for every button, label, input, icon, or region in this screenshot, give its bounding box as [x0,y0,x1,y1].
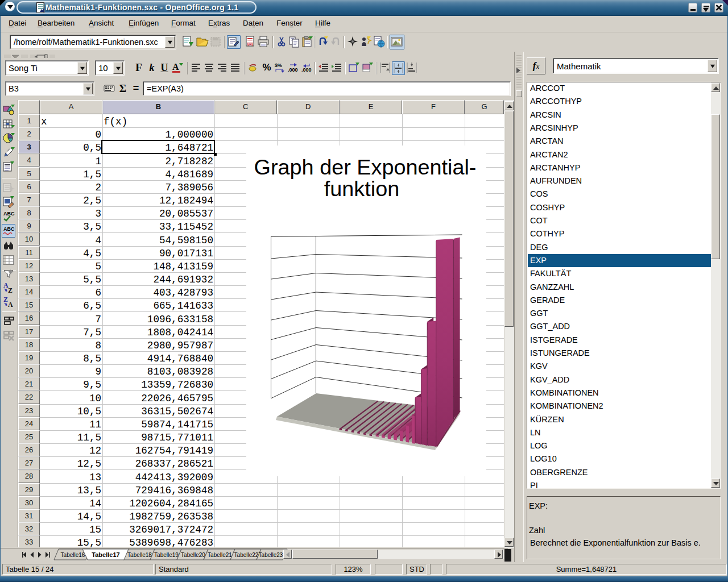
svg-text:Z: Z [8,286,13,294]
svg-text:funktion: funktion [324,177,399,201]
svg-text:Tabelle20: Tabelle20 [181,552,205,558]
svg-text:A: A [8,301,13,309]
svg-text:A: A [172,62,179,72]
svg-text:Tabelle19: Tabelle19 [154,552,179,558]
svg-text:ABC: ABC [3,211,15,217]
svg-text:Tabelle23: Tabelle23 [259,552,283,558]
svg-text:Tabelle16: Tabelle16 [61,552,85,558]
svg-text:.000: .000 [288,67,298,73]
svg-text:Graph der Exponential-: Graph der Exponential- [254,155,477,179]
svg-text:PDF: PDF [247,43,253,46]
svg-text:.000: .000 [301,67,312,73]
svg-text:Tabelle21: Tabelle21 [208,552,232,558]
svg-text:Tabelle17: Tabelle17 [92,551,119,558]
svg-text:$%: $% [275,63,282,68]
svg-text:ABC: ABC [3,226,15,232]
svg-text:Z: Z [3,296,8,304]
svg-text:Tabelle22: Tabelle22 [234,552,259,558]
svg-text:Tabelle18: Tabelle18 [127,552,152,558]
